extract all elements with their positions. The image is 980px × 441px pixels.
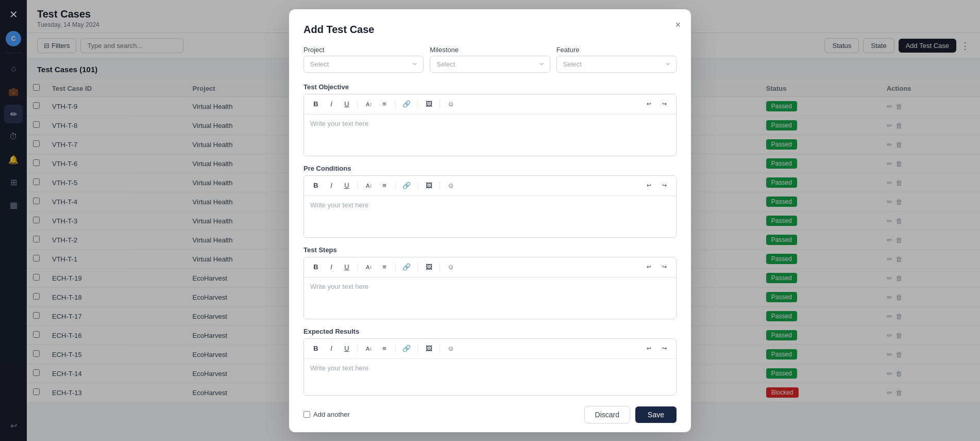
undo-button-1[interactable]: ↩ (642, 97, 655, 111)
test-steps-section: Test Steps B I U A↕ ≡ 🔗 🖼 ☺ ↩ (303, 246, 677, 319)
project-select-group: Project Select (303, 46, 424, 73)
redo-button-4[interactable]: ↪ (657, 342, 671, 355)
add-test-case-modal: Add Test Case × Project Select Milestone… (289, 9, 691, 432)
emoji-button-1[interactable]: ☺ (444, 97, 458, 111)
milestone-select-group: Milestone Select (430, 46, 550, 73)
pre-conditions-label: Pre Conditions (303, 165, 677, 172)
underline-button-1[interactable]: U (340, 97, 353, 111)
pre-conditions-content[interactable]: Write your text here (304, 196, 676, 237)
redo-button-3[interactable]: ↪ (657, 260, 671, 274)
test-objective-section: Test Objective B I U A↕ ≡ 🔗 🖼 ☺ ↩ (303, 83, 677, 156)
add-another-label: Add another (313, 411, 350, 418)
feature-select[interactable]: Select (556, 56, 677, 73)
link-button-2[interactable]: 🔗 (400, 179, 413, 192)
italic-button-4[interactable]: I (325, 342, 338, 355)
font-size-button-4[interactable]: A↕ (362, 342, 376, 355)
font-size-button-3[interactable]: A↕ (362, 260, 376, 274)
pre-conditions-placeholder: Write your text here (310, 201, 368, 209)
test-objective-content[interactable]: Write your text here (304, 115, 676, 156)
save-button[interactable]: Save (635, 406, 677, 423)
undo-button-4[interactable]: ↩ (642, 342, 655, 355)
project-select[interactable]: Select (303, 56, 424, 73)
test-objective-label: Test Objective (303, 83, 677, 91)
add-another-checkbox[interactable] (303, 411, 310, 418)
image-button-4[interactable]: 🖼 (422, 342, 435, 355)
list-button-2[interactable]: ≡ (378, 179, 391, 192)
test-steps-content[interactable]: Write your text here (304, 277, 676, 319)
modal-close-button[interactable]: × (675, 20, 681, 30)
emoji-button-4[interactable]: ☺ (444, 342, 458, 355)
underline-button-4[interactable]: U (340, 342, 353, 355)
italic-button-2[interactable]: I (325, 179, 338, 192)
project-label: Project (303, 46, 424, 54)
image-button-3[interactable]: 🖼 (422, 260, 435, 274)
test-steps-label: Test Steps (303, 246, 677, 254)
link-button-4[interactable]: 🔗 (400, 342, 413, 355)
discard-button[interactable]: Discard (584, 406, 630, 423)
add-another-wrap: Add another (303, 411, 350, 418)
bold-button-3[interactable]: B (309, 260, 323, 274)
feature-select-group: Feature Select (556, 46, 677, 73)
test-objective-placeholder: Write your text here (310, 120, 368, 127)
image-button-1[interactable]: 🖼 (422, 97, 435, 111)
font-size-button-1[interactable]: A↕ (362, 97, 376, 111)
expected-results-toolbar: B I U A↕ ≡ 🔗 🖼 ☺ ↩ ↪ (304, 339, 676, 359)
expected-results-placeholder: Write your text here (310, 364, 368, 372)
emoji-button-2[interactable]: ☺ (444, 179, 458, 192)
pre-conditions-toolbar: B I U A↕ ≡ 🔗 🖼 ☺ ↩ ↪ (304, 176, 676, 196)
expected-results-section: Expected Results B I U A↕ ≡ 🔗 🖼 ☺ ↩ (303, 328, 677, 396)
test-steps-editor: B I U A↕ ≡ 🔗 🖼 ☺ ↩ ↪ Writ (303, 257, 677, 319)
pre-conditions-editor: B I U A↕ ≡ 🔗 🖼 ☺ ↩ ↪ Writ (303, 175, 677, 238)
expected-results-content[interactable]: Write your text here (304, 359, 676, 395)
undo-button-2[interactable]: ↩ (642, 179, 655, 192)
link-button-1[interactable]: 🔗 (400, 97, 413, 111)
list-button-1[interactable]: ≡ (378, 97, 391, 111)
modal-footer: Add another Discard Save (303, 406, 677, 423)
undo-button-3[interactable]: ↩ (642, 260, 655, 274)
test-steps-toolbar: B I U A↕ ≡ 🔗 🖼 ☺ ↩ ↪ (304, 257, 676, 277)
list-button-3[interactable]: ≡ (378, 260, 391, 274)
redo-button-2[interactable]: ↪ (657, 179, 671, 192)
font-size-button-2[interactable]: A↕ (362, 179, 376, 192)
test-steps-placeholder: Write your text here (310, 283, 368, 290)
selects-row: Project Select Milestone Select Feature … (303, 46, 677, 73)
image-button-2[interactable]: 🖼 (422, 179, 435, 192)
underline-button-2[interactable]: U (340, 179, 353, 192)
modal-overlay: Add Test Case × Project Select Milestone… (0, 0, 980, 441)
pre-conditions-section: Pre Conditions B I U A↕ ≡ 🔗 🖼 ☺ ↩ (303, 165, 677, 238)
redo-button-1[interactable]: ↪ (657, 97, 671, 111)
bold-button-1[interactable]: B (309, 97, 323, 111)
link-button-3[interactable]: 🔗 (400, 260, 413, 274)
milestone-label: Milestone (430, 46, 550, 54)
test-objective-toolbar: B I U A↕ ≡ 🔗 🖼 ☺ ↩ ↪ (304, 94, 676, 115)
emoji-button-3[interactable]: ☺ (444, 260, 458, 274)
modal-title: Add Test Case (303, 24, 677, 36)
list-button-4[interactable]: ≡ (378, 342, 391, 355)
bold-button-4[interactable]: B (309, 342, 323, 355)
expected-results-label: Expected Results (303, 328, 677, 335)
milestone-select[interactable]: Select (430, 56, 550, 73)
expected-results-editor: B I U A↕ ≡ 🔗 🖼 ☺ ↩ ↪ Writ (303, 338, 677, 396)
feature-label: Feature (556, 46, 677, 54)
bold-button-2[interactable]: B (309, 179, 323, 192)
test-objective-editor: B I U A↕ ≡ 🔗 🖼 ☺ ↩ ↪ Writ (303, 94, 677, 156)
italic-button-3[interactable]: I (325, 260, 338, 274)
underline-button-3[interactable]: U (340, 260, 353, 274)
italic-button-1[interactable]: I (325, 97, 338, 111)
